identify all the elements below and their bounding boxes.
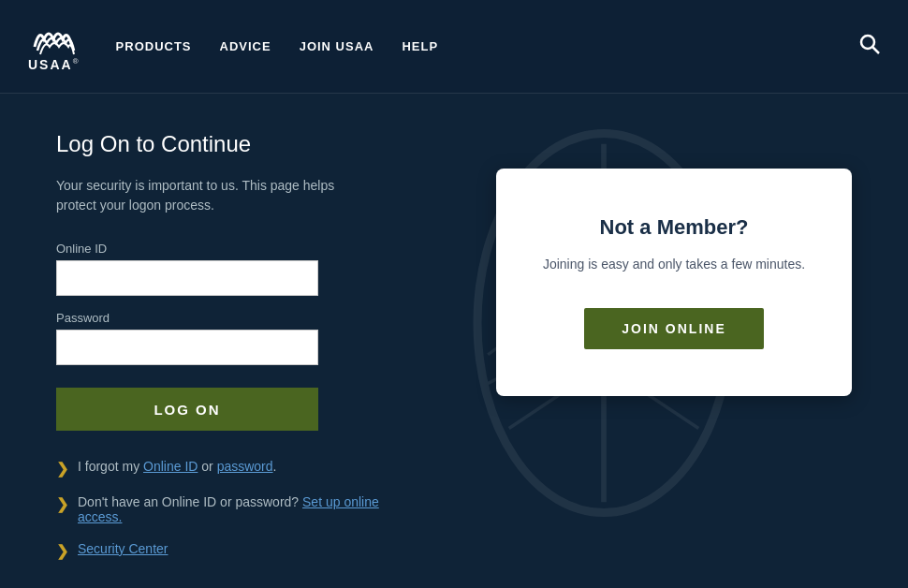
main-nav: PRODUCTS ADVICE JOIN USAA HELP <box>116 32 859 61</box>
chevron-icon-2: ❯ <box>56 495 68 513</box>
search-button[interactable] <box>859 34 880 59</box>
forgot-id-text: I forgot my Online ID or password. <box>78 459 276 474</box>
logo[interactable]: USAA® <box>28 21 79 73</box>
member-card-description: Joining is easy and only takes a few min… <box>534 255 814 274</box>
svg-line-1 <box>873 48 880 54</box>
usaa-logo-icon <box>30 21 77 56</box>
site-header: USAA® PRODUCTS ADVICE JOIN USAA HELP <box>0 0 908 94</box>
member-card: Not a Member? Joining is easy and only t… <box>496 169 852 396</box>
chevron-icon-3: ❯ <box>56 542 68 560</box>
chevron-icon-1: ❯ <box>56 460 68 478</box>
setup-access-text: Don't have an Online ID or password? Set… <box>78 494 393 524</box>
online-id-input[interactable] <box>56 260 318 296</box>
member-card-title: Not a Member? <box>534 215 814 240</box>
forgot-id-item: ❯ I forgot my Online ID or password. <box>56 459 393 478</box>
online-id-link[interactable]: Online ID <box>143 459 198 474</box>
help-links: ❯ I forgot my Online ID or password. ❯ D… <box>56 459 393 560</box>
security-center-link[interactable]: Security Center <box>78 541 168 556</box>
nav-help[interactable]: HELP <box>402 32 438 61</box>
setup-access-item: ❯ Don't have an Online ID or password? S… <box>56 494 393 524</box>
logon-button[interactable]: LOG ON <box>56 388 318 431</box>
password-group: Password <box>56 311 393 365</box>
nav-join-usaa[interactable]: JOIN USAA <box>300 32 374 61</box>
setup-access-link[interactable]: Set up online access. <box>78 494 379 524</box>
logo-text: USAA® <box>28 56 79 73</box>
password-link[interactable]: password <box>217 459 273 474</box>
login-title: Log On to Continue <box>56 131 393 157</box>
login-description: Your security is important to us. This p… <box>56 176 356 215</box>
search-icon <box>859 34 880 54</box>
join-online-button[interactable]: JOIN ONLINE <box>584 308 763 349</box>
svg-point-0 <box>861 36 874 49</box>
main-content: Log On to Continue Your security is impo… <box>0 94 908 588</box>
security-center-item: ❯ Security Center <box>56 541 393 560</box>
login-section: Log On to Continue Your security is impo… <box>56 131 393 560</box>
password-label: Password <box>56 311 393 325</box>
online-id-group: Online ID <box>56 242 393 296</box>
nav-products[interactable]: PRODUCTS <box>116 32 192 61</box>
password-input[interactable] <box>56 330 318 365</box>
nav-advice[interactable]: ADVICE <box>220 32 271 61</box>
online-id-label: Online ID <box>56 242 393 256</box>
